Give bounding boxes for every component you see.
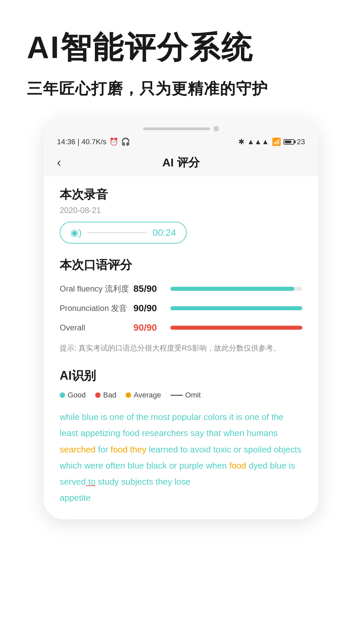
word-of2: of: [259, 412, 269, 422]
status-time: 14:36 | 40.7K/s: [57, 138, 107, 146]
word-spoiled: spoiled: [241, 444, 272, 454]
word-is3: is: [287, 461, 295, 471]
word-researchers: researchers: [140, 428, 188, 438]
status-left: 14:36 | 40.7K/s ⏰ 🎧: [57, 138, 130, 146]
audio-time: 00:24: [153, 227, 176, 238]
headphone-icon: 🎧: [121, 138, 130, 146]
battery-level: 23: [297, 138, 305, 146]
legend-omit: Omit: [171, 391, 201, 399]
bad-dot: [95, 392, 101, 398]
audio-wave-icon: ◉): [70, 227, 81, 238]
omit-label: Omit: [185, 391, 201, 399]
word-or1: or: [231, 444, 241, 454]
score-bar-bg-fluency: [170, 287, 302, 291]
word-they1: they: [127, 444, 146, 454]
word-learned: learned: [146, 444, 178, 454]
phone-top-bar: [44, 119, 318, 135]
legend-average: Average: [126, 391, 161, 399]
word-searched: searched: [60, 444, 96, 454]
score-section-title: 本次口语评分: [60, 257, 302, 273]
word-most: most: [148, 412, 170, 422]
recording-section: 本次录音 2020-08-21 ◉) 00:24: [60, 186, 302, 257]
word-were: were: [82, 461, 103, 471]
status-bar: 14:36 | 40.7K/s ⏰ 🎧 ✱ ▲▲▲ 📶 23: [44, 135, 318, 149]
word-lose: lose: [172, 477, 190, 487]
word-blue3: blue: [267, 461, 286, 471]
average-dot: [126, 392, 131, 398]
sub-title: 三年匠心打磨，只为更精准的守护: [27, 78, 268, 99]
score-bar-fill-fluency: [170, 287, 294, 291]
word-toxic: toxic: [211, 444, 231, 454]
word-often: often: [103, 461, 125, 471]
word-is2: is: [234, 412, 242, 422]
alarm-icon: ⏰: [109, 138, 118, 146]
wifi-icon: 📶: [272, 138, 281, 146]
score-bar-bg-pronunciation: [170, 306, 302, 310]
recording-title: 本次录音: [60, 186, 302, 203]
score-bar-fill-pronunciation: [170, 306, 302, 310]
word-the1: the: [134, 412, 148, 422]
phone-notch-bar: [143, 127, 210, 130]
word-the2: the: [269, 412, 283, 422]
score-value-overall: 90/90: [133, 322, 170, 333]
average-label: Average: [134, 391, 161, 399]
score-bar-fill-overall: [170, 326, 302, 330]
score-label-pronunciation: Pronunciation 发音: [60, 303, 133, 314]
word-objects: objects: [272, 444, 302, 454]
word-while: while: [60, 412, 79, 422]
bluetooth-icon: ✱: [238, 138, 244, 146]
good-dot: [60, 392, 65, 398]
word-they2: they: [153, 477, 172, 487]
signal-icon: ▲▲▲: [247, 138, 269, 146]
ai-text-content: while blue is one of the most popular co…: [60, 409, 302, 506]
omit-line: [171, 395, 183, 396]
word-or2: or: [167, 461, 177, 471]
legend-good: Good: [60, 391, 86, 399]
audio-player[interactable]: ◉) 00:24: [60, 222, 187, 244]
score-row-overall: Overall 90/90: [60, 322, 302, 333]
good-label: Good: [68, 391, 86, 399]
word-is1: is: [99, 412, 107, 422]
word-for: for: [96, 444, 108, 454]
legend-row: Good Bad Average Omit: [60, 391, 302, 399]
word-it: it: [227, 412, 234, 422]
nav-bar: ‹ AI 评分: [44, 149, 318, 176]
score-row-fluency: Oral fluency 流利度 85/90: [60, 283, 302, 294]
word-of1: of: [124, 412, 134, 422]
word-that: that: [204, 428, 221, 438]
word-say: say: [188, 428, 204, 438]
ai-recognition-section: AI识别 Good Bad Average: [60, 368, 302, 506]
phone-mockup: 14:36 | 40.7K/s ⏰ 🎧 ✱ ▲▲▲ 📶 23 ‹ AI 评分: [44, 119, 318, 519]
word-food2: food: [108, 444, 128, 454]
main-title: AI智能评分系统: [27, 27, 253, 68]
score-row-pronunciation: Pronunciation 发音 90/90: [60, 303, 302, 314]
word-dyed: dyed: [246, 461, 268, 471]
nav-title: AI 评分: [162, 155, 199, 170]
recording-date: 2020-08-21: [60, 206, 302, 215]
phone-content: 本次录音 2020-08-21 ◉) 00:24 本次口语评分 Oral flu…: [44, 176, 318, 519]
word-appetizing: appetizing: [78, 428, 120, 438]
status-right: ✱ ▲▲▲ 📶 23: [238, 138, 305, 146]
score-bar-bg-overall: [170, 326, 302, 330]
word-food3: food: [227, 461, 246, 471]
word-study: study: [96, 477, 119, 487]
back-button[interactable]: ‹: [57, 156, 61, 170]
word-one1: one: [107, 412, 124, 422]
word-to1: to: [178, 444, 188, 454]
word-subjects: subjects: [119, 477, 153, 487]
bad-label: Bad: [103, 391, 116, 399]
battery-fill: [285, 141, 291, 143]
word-least: least: [60, 428, 78, 438]
word-when2: when: [203, 461, 227, 471]
battery-icon: [284, 139, 294, 145]
word-blue1: blue: [79, 412, 98, 422]
word-food1: food: [120, 428, 140, 438]
score-hint: 提示: 真实考试的口语总分很大程度受RS影响，故此分数仅供参考。: [60, 342, 302, 354]
score-value-pronunciation: 90/90: [133, 303, 170, 314]
audio-progress-bar: [87, 232, 147, 233]
word-to2: to: [86, 477, 96, 487]
score-label-fluency: Oral fluency 流利度: [60, 283, 133, 294]
word-which: which: [60, 461, 82, 471]
word-purple: purple: [177, 461, 204, 471]
score-label-overall: Overall: [60, 323, 133, 332]
